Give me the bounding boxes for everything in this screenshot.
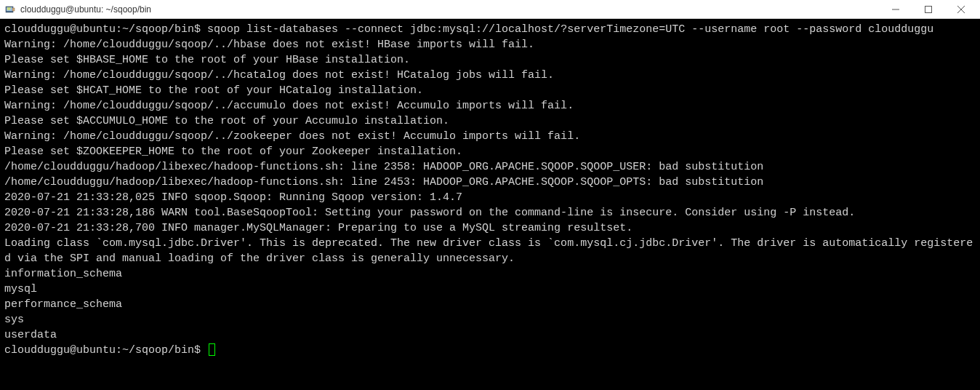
terminal[interactable]: cloudduggu@ubuntu:~/sqoop/bin$ sqoop lis… bbox=[0, 19, 980, 390]
output-line: 2020-07-21 21:33:28,700 INFO manager.MyS… bbox=[4, 220, 976, 236]
output-line: 2020-07-21 21:33:28,025 INFO sqoop.Sqoop… bbox=[4, 190, 976, 205]
output-line: Warning: /home/cloudduggu/sqoop/../hbase… bbox=[4, 37, 976, 52]
window-title: cloudduggu@ubuntu: ~/sqoop/bin bbox=[20, 4, 151, 15]
prompt-line: cloudduggu@ubuntu:~/sqoop/bin$ sqoop lis… bbox=[4, 22, 976, 37]
window-controls bbox=[879, 0, 977, 19]
output-line: performance_schema bbox=[4, 297, 976, 312]
svg-rect-2 bbox=[12, 8, 15, 11]
output-line: sys bbox=[4, 312, 976, 327]
close-button[interactable] bbox=[944, 0, 977, 19]
title-left: cloudduggu@ubuntu: ~/sqoop/bin bbox=[4, 4, 151, 15]
output-line: mysql bbox=[4, 282, 976, 297]
output-line: /home/cloudduggu/hadoop/libexec/hadoop-f… bbox=[4, 175, 976, 190]
output-line: Please set $ACCUMULO_HOME to the root of… bbox=[4, 114, 976, 129]
maximize-button[interactable] bbox=[912, 0, 944, 19]
svg-rect-6 bbox=[925, 6, 931, 12]
shell-prompt: cloudduggu@ubuntu:~/sqoop/bin$ bbox=[4, 23, 207, 36]
output-line: 2020-07-21 21:33:28,186 WARN tool.BaseSq… bbox=[4, 205, 976, 220]
output-line: information_schema bbox=[4, 266, 976, 282]
output-line: Please set $ZOOKEEPER_HOME to the root o… bbox=[4, 144, 976, 159]
output-line: Loading class `com.mysql.jdbc.Driver'. T… bbox=[4, 236, 976, 266]
minimize-button[interactable] bbox=[879, 0, 912, 19]
output-line: Warning: /home/cloudduggu/sqoop/../accum… bbox=[4, 98, 976, 114]
title-bar: cloudduggu@ubuntu: ~/sqoop/bin bbox=[0, 0, 980, 19]
output-line: userdata bbox=[4, 327, 976, 343]
output-line: /home/cloudduggu/hadoop/libexec/hadoop-f… bbox=[4, 159, 976, 175]
cursor-icon bbox=[209, 343, 215, 356]
output-line: Please set $HBASE_HOME to the root of yo… bbox=[4, 52, 976, 68]
shell-prompt: cloudduggu@ubuntu:~/sqoop/bin$ bbox=[4, 344, 207, 357]
output-line: Warning: /home/cloudduggu/sqoop/../hcata… bbox=[4, 68, 976, 83]
output-line: Warning: /home/cloudduggu/sqoop/../zooke… bbox=[4, 129, 976, 144]
output-line: Please set $HCAT_HOME to the root of you… bbox=[4, 83, 976, 98]
prompt-line: cloudduggu@ubuntu:~/sqoop/bin$ bbox=[4, 343, 976, 358]
shell-command: sqoop list-databases --connect jdbc:mysq… bbox=[207, 23, 933, 36]
putty-icon bbox=[4, 4, 16, 15]
